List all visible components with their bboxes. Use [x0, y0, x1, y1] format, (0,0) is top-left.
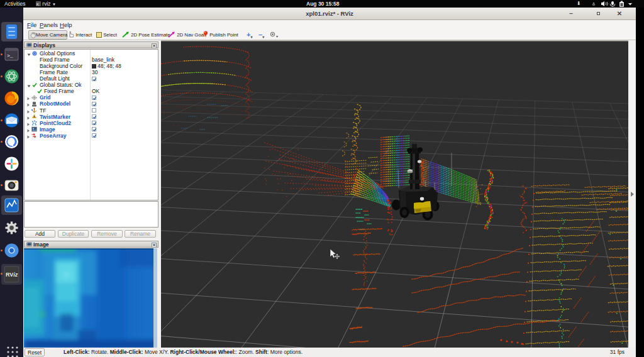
svg-text:K: K — [36, 3, 39, 6]
svg-text:>_: >_ — [7, 53, 13, 58]
svg-text:RViz: RViz — [6, 272, 18, 278]
